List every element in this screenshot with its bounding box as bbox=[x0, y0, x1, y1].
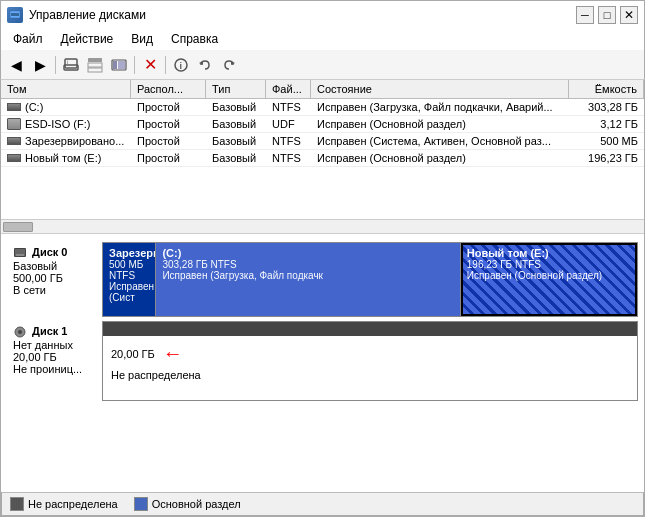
col-header-rasp: Распол... bbox=[131, 80, 206, 98]
disk-0-size: 500,00 ГБ bbox=[13, 272, 96, 284]
td-rasp-2: Простой bbox=[131, 133, 206, 149]
table-row[interactable]: (C:) Простой Базовый NTFS Исправен (Загр… bbox=[1, 99, 644, 116]
svg-point-19 bbox=[18, 330, 22, 334]
td-rasp-1: Простой bbox=[131, 116, 206, 132]
disk-1-type: Нет данных bbox=[13, 339, 96, 351]
partition-e-size: 196,23 ГБ NTFS bbox=[467, 259, 631, 270]
partition-reserved[interactable]: Зарезервирова 500 МБ NTFS Исправен (Сист bbox=[103, 243, 156, 316]
td-sost-0: Исправен (Загрузка, Файл подкачки, Авари… bbox=[311, 99, 569, 115]
redo-button[interactable] bbox=[218, 54, 240, 76]
list-view-button[interactable] bbox=[84, 54, 106, 76]
menu-file[interactable]: Файл bbox=[5, 30, 51, 48]
table-row[interactable]: ESD-ISO (F:) Простой Базовый UDF Исправе… bbox=[1, 116, 644, 133]
disk-1-unalloc-label: Не распределена bbox=[111, 369, 629, 381]
partition-e-name: Новый том (E:) bbox=[467, 247, 631, 259]
partition-e[interactable]: Новый том (E:) 196,23 ГБ NTFS Исправен (… bbox=[461, 243, 637, 316]
td-tip-2: Базовый bbox=[206, 133, 266, 149]
svg-rect-6 bbox=[88, 63, 102, 67]
td-emk-2: 500 МБ bbox=[569, 133, 644, 149]
close-button[interactable]: ✕ bbox=[620, 6, 638, 24]
td-tip-1: Базовый bbox=[206, 116, 266, 132]
legend-bar: Не распределена Основной раздел bbox=[1, 492, 644, 516]
red-arrow-icon: ← bbox=[163, 342, 183, 365]
up-button[interactable]: i bbox=[60, 54, 82, 76]
properties-button[interactable]: i bbox=[170, 54, 192, 76]
disk-0-status: В сети bbox=[13, 284, 96, 296]
forward-button[interactable]: ▶ bbox=[29, 54, 51, 76]
td-sost-1: Исправен (Основной раздел) bbox=[311, 116, 569, 132]
partition-reserved-name: Зарезервирова bbox=[109, 247, 149, 259]
td-sost-3: Исправен (Основной раздел) bbox=[311, 150, 569, 166]
disk-row-0: Диск 0 Базовый 500,00 ГБ В сети Зарезерв… bbox=[7, 242, 638, 317]
window-title: Управление дисками bbox=[29, 8, 146, 22]
maximize-button[interactable]: □ bbox=[598, 6, 616, 24]
svg-text:i: i bbox=[67, 59, 68, 65]
disk-1-size: 20,00 ГБ bbox=[13, 351, 96, 363]
disk-0-partitions: Зарезервирова 500 МБ NTFS Исправен (Сист… bbox=[102, 242, 638, 317]
disk-1-unallocated[interactable]: 20,00 ГБ ← Не распределена bbox=[103, 336, 637, 400]
disk-1-label: Диск 1 Нет данных 20,00 ГБ Не проиниц... bbox=[7, 321, 102, 401]
disk-1-status: Не проиниц... bbox=[13, 363, 96, 375]
minimize-button[interactable]: ─ bbox=[576, 6, 594, 24]
menu-view[interactable]: Вид bbox=[123, 30, 161, 48]
partition-c-status: Исправен (Загрузка, Файл подкачк bbox=[162, 270, 453, 281]
partition-c-name: (C:) bbox=[162, 247, 453, 259]
col-header-sost: Состояние bbox=[311, 80, 569, 98]
legend-primary-label: Основной раздел bbox=[152, 498, 241, 510]
disk-1-size-label: 20,00 ГБ bbox=[111, 348, 155, 360]
partition-reserved-status: Исправен (Сист bbox=[109, 281, 149, 303]
svg-rect-10 bbox=[118, 61, 125, 69]
cd-icon bbox=[7, 118, 21, 130]
menu-action[interactable]: Действие bbox=[53, 30, 122, 48]
hdd-icon bbox=[7, 101, 21, 113]
undo-button[interactable] bbox=[194, 54, 216, 76]
menu-help[interactable]: Справка bbox=[163, 30, 226, 48]
td-tip-0: Базовый bbox=[206, 99, 266, 115]
main-window: Том Распол... Тип Фай... Состояние Ёмкос… bbox=[0, 80, 645, 517]
delete-button[interactable]: ✕ bbox=[139, 54, 161, 76]
td-tom-0: (C:) bbox=[1, 99, 131, 115]
td-tom-1: ESD-ISO (F:) bbox=[1, 116, 131, 132]
scroll-track-h bbox=[33, 222, 642, 232]
disk-1-top-band bbox=[103, 322, 637, 336]
td-rasp-0: Простой bbox=[131, 99, 206, 115]
toolbar-separator-1 bbox=[55, 56, 56, 74]
disk-1-size-row: 20,00 ГБ ← bbox=[111, 342, 629, 365]
title-bar-controls: ─ □ ✕ bbox=[576, 6, 638, 24]
hdd-icon bbox=[7, 135, 21, 147]
title-bar-left: Управление дисками bbox=[7, 7, 146, 23]
partition-c[interactable]: (C:) 303,28 ГБ NTFS Исправен (Загрузка, … bbox=[156, 243, 460, 316]
svg-rect-9 bbox=[113, 61, 117, 69]
td-emk-0: 303,28 ГБ bbox=[569, 99, 644, 115]
table-row[interactable]: Зарезервировано... Простой Базовый NTFS … bbox=[1, 133, 644, 150]
back-button[interactable]: ◀ bbox=[5, 54, 27, 76]
disk-area[interactable]: Диск 0 Базовый 500,00 ГБ В сети Зарезерв… bbox=[1, 234, 644, 492]
scroll-thumb-h[interactable] bbox=[3, 222, 33, 232]
svg-rect-1 bbox=[11, 13, 19, 16]
disk-0-title: Диск 0 bbox=[13, 246, 96, 260]
toolbar-separator-2 bbox=[134, 56, 135, 74]
toolbar: ◀ ▶ i ✕ i bbox=[0, 50, 645, 80]
table-scrollbar[interactable] bbox=[1, 220, 644, 234]
table-row[interactable]: Новый том (E:) Простой Базовый NTFS Испр… bbox=[1, 150, 644, 167]
legend-swatch-blue bbox=[134, 497, 148, 511]
disk-0-label: Диск 0 Базовый 500,00 ГБ В сети bbox=[7, 242, 102, 317]
col-header-emk: Ёмкость bbox=[569, 80, 644, 98]
svg-rect-5 bbox=[88, 58, 102, 62]
table-body: (C:) Простой Базовый NTFS Исправен (Загр… bbox=[1, 99, 644, 217]
partition-c-size: 303,28 ГБ NTFS bbox=[162, 259, 453, 270]
app-icon bbox=[7, 7, 23, 23]
col-header-tip: Тип bbox=[206, 80, 266, 98]
legend-primary: Основной раздел bbox=[134, 497, 241, 511]
disk-row-1: Диск 1 Нет данных 20,00 ГБ Не проиниц...… bbox=[7, 321, 638, 401]
col-header-tom: Том bbox=[1, 80, 131, 98]
disk-1-title: Диск 1 bbox=[13, 325, 96, 339]
svg-text:i: i bbox=[180, 61, 183, 71]
svg-rect-17 bbox=[16, 254, 24, 256]
svg-rect-7 bbox=[88, 68, 102, 72]
diskmap-button[interactable] bbox=[108, 54, 130, 76]
disk-1-container: 20,00 ГБ ← Не распределена bbox=[102, 321, 638, 401]
td-fai-0: NTFS bbox=[266, 99, 311, 115]
td-fai-1: UDF bbox=[266, 116, 311, 132]
td-emk-3: 196,23 ГБ bbox=[569, 150, 644, 166]
